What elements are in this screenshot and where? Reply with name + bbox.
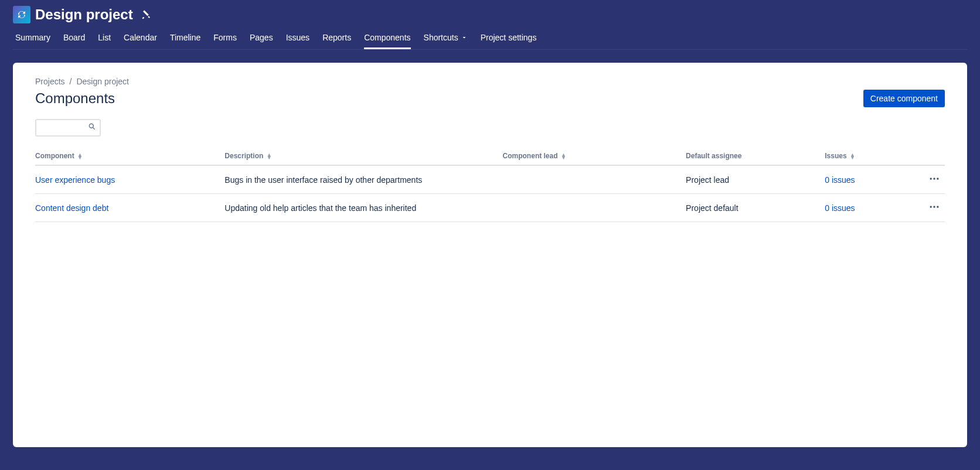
search-input[interactable] bbox=[35, 119, 101, 137]
project-avatar bbox=[13, 6, 30, 23]
svg-point-3 bbox=[933, 178, 935, 179]
sort-icon: ▲▼ bbox=[850, 154, 855, 159]
svg-point-7 bbox=[937, 206, 938, 207]
svg-point-6 bbox=[933, 206, 935, 207]
customize-icon[interactable] bbox=[141, 9, 152, 20]
nav-board[interactable]: Board bbox=[63, 27, 85, 49]
nav-components[interactable]: Components bbox=[364, 27, 410, 49]
breadcrumb-current[interactable]: Design project bbox=[76, 77, 129, 86]
component-assignee: Project lead bbox=[686, 165, 825, 194]
nav-list[interactable]: List bbox=[98, 27, 111, 49]
sort-icon: ▲▼ bbox=[267, 154, 272, 159]
page-title: Components bbox=[35, 90, 115, 107]
create-component-button[interactable]: Create component bbox=[863, 90, 945, 107]
th-issues[interactable]: Issues ▲▼ bbox=[825, 148, 920, 165]
more-actions-button[interactable] bbox=[928, 173, 940, 185]
nav-project-settings[interactable]: Project settings bbox=[481, 27, 537, 49]
svg-point-2 bbox=[930, 178, 932, 179]
component-link[interactable]: Content design debt bbox=[35, 203, 108, 213]
chevron-down-icon bbox=[461, 34, 468, 41]
project-title: Design project bbox=[35, 6, 133, 23]
component-description: Updating old help articles that the team… bbox=[224, 194, 502, 222]
th-component[interactable]: Component ▲▼ bbox=[35, 148, 224, 165]
component-link[interactable]: User experience bugs bbox=[35, 175, 115, 185]
nav-timeline[interactable]: Timeline bbox=[170, 27, 200, 49]
sort-icon: ▲▼ bbox=[561, 154, 566, 159]
svg-point-5 bbox=[930, 206, 932, 207]
breadcrumb-projects[interactable]: Projects bbox=[35, 77, 65, 86]
th-description[interactable]: Description ▲▼ bbox=[224, 148, 502, 165]
breadcrumb: Projects / Design project bbox=[35, 77, 945, 86]
component-description: Bugs in the user interface raised by oth… bbox=[224, 165, 502, 194]
project-nav: Summary Board List Calendar Timeline For… bbox=[13, 27, 967, 50]
issues-link[interactable]: 0 issues bbox=[825, 203, 855, 213]
component-lead bbox=[503, 194, 686, 222]
more-actions-button[interactable] bbox=[928, 201, 940, 213]
sort-icon: ▲▼ bbox=[77, 154, 83, 159]
table-row: User experience bugs Bugs in the user in… bbox=[35, 165, 945, 194]
nav-issues[interactable]: Issues bbox=[286, 27, 309, 49]
nav-pages[interactable]: Pages bbox=[250, 27, 273, 49]
table-row: Content design debt Updating old help ar… bbox=[35, 194, 945, 222]
nav-calendar[interactable]: Calendar bbox=[124, 27, 157, 49]
th-assignee[interactable]: Default assignee bbox=[686, 148, 825, 165]
nav-forms[interactable]: Forms bbox=[213, 27, 237, 49]
refresh-icon bbox=[16, 9, 27, 20]
component-assignee: Project default bbox=[686, 194, 825, 222]
svg-point-4 bbox=[937, 178, 938, 179]
nav-summary[interactable]: Summary bbox=[15, 27, 50, 49]
breadcrumb-separator: / bbox=[70, 77, 72, 86]
components-table: Component ▲▼ Description ▲▼ Component le… bbox=[35, 148, 945, 222]
issues-link[interactable]: 0 issues bbox=[825, 175, 855, 185]
nav-shortcuts[interactable]: Shortcuts bbox=[424, 27, 468, 49]
component-lead bbox=[503, 165, 686, 194]
th-lead[interactable]: Component lead ▲▼ bbox=[503, 148, 686, 165]
nav-reports[interactable]: Reports bbox=[322, 27, 351, 49]
